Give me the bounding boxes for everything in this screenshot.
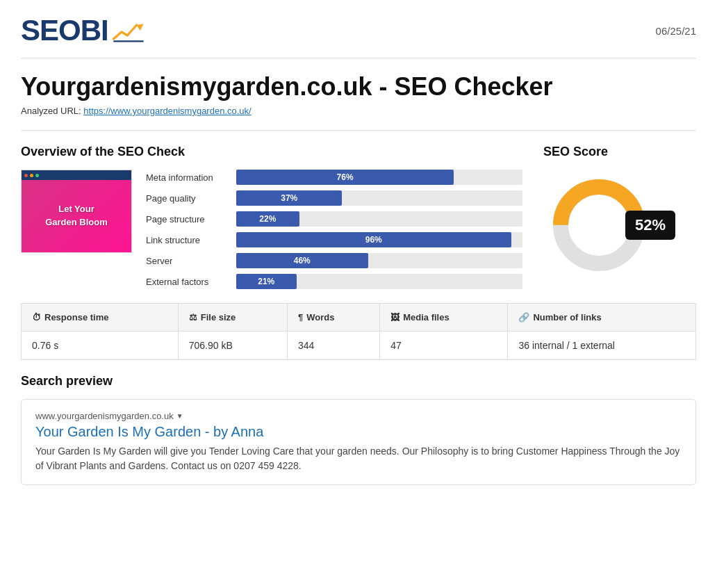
search-preview-description: Your Garden Is My Garden will give you T… xyxy=(35,444,682,473)
bar-label: Meta information xyxy=(146,172,229,183)
thumb-header xyxy=(22,170,131,180)
stats-col-icon: 🔗 xyxy=(518,312,529,322)
bar-row: Page quality 37% xyxy=(146,190,522,206)
bar-fill: 96% xyxy=(236,232,511,247)
stats-table: ⏱Response time⚖File size¶Words🖼Media fil… xyxy=(21,303,696,360)
page-title: Yourgardenismygarden.co.uk - SEO Checker xyxy=(21,72,696,101)
overview-title: Overview of the SEO Check xyxy=(21,145,522,159)
bar-label: Page structure xyxy=(146,214,229,224)
bars-container: Let YourGarden Bloom Meta information 76… xyxy=(21,170,522,289)
bar-row: Page structure 22% xyxy=(146,211,522,227)
bars-list: Meta information 76% Page quality 37% Pa… xyxy=(146,170,522,289)
search-url-arrow-icon: ▼ xyxy=(176,412,183,420)
bar-fill: 22% xyxy=(236,211,299,227)
bar-pct: 22% xyxy=(259,214,276,224)
bar-row: External factors 21% xyxy=(146,274,522,289)
thumb-inner: Let YourGarden Bloom xyxy=(22,170,131,252)
bar-fill: 76% xyxy=(236,170,454,185)
search-url-text: www.yourgardenismygarden.co.uk xyxy=(35,411,174,421)
donut-container: 52% xyxy=(543,170,668,281)
thumb-text: Let YourGarden Bloom xyxy=(45,202,108,229)
analyzed-url-link[interactable]: https://www.yourgardenismygarden.co.uk/ xyxy=(83,106,251,116)
stats-col-value: 706.90 kB xyxy=(178,332,287,360)
stats-col-header: 🔗Number of links xyxy=(508,304,696,332)
stats-col-value: 36 internal / 1 external xyxy=(508,332,696,360)
bar-track: 96% xyxy=(236,232,522,247)
thumb-dot-red xyxy=(24,174,28,177)
search-preview-section: Search preview www.yourgardenismygarden.… xyxy=(21,374,696,485)
stats-col-header: ¶Words xyxy=(288,304,380,332)
stats-col-icon: ⏱ xyxy=(32,312,41,322)
bar-label: Page quality xyxy=(146,193,229,204)
bar-track: 46% xyxy=(236,253,522,268)
search-preview-title: Search preview xyxy=(21,374,696,389)
stats-col-value: 344 xyxy=(288,332,380,360)
logo-arrow-icon xyxy=(111,18,146,43)
stats-col-value: 47 xyxy=(380,332,508,360)
overview-section: Overview of the SEO Check Let YourGarden… xyxy=(21,145,522,289)
bar-fill: 37% xyxy=(236,190,342,206)
divider-1 xyxy=(21,130,696,131)
stats-col-icon: 🖼 xyxy=(390,312,399,322)
bar-label: External factors xyxy=(146,277,229,287)
bar-pct: 37% xyxy=(281,193,297,203)
score-badge: 52% xyxy=(625,211,675,240)
thumb-dot-yellow xyxy=(30,174,33,177)
bar-track: 22% xyxy=(236,211,522,227)
date-label: 06/25/21 xyxy=(656,25,696,37)
bar-pct: 96% xyxy=(365,235,382,245)
website-thumbnail: Let YourGarden Bloom xyxy=(21,170,132,253)
thumb-dot-green xyxy=(35,174,39,177)
analyzed-url-row: Analyzed URL: https://www.yourgardenismy… xyxy=(21,106,696,116)
header: SEOBI 06/25/21 xyxy=(21,14,696,58)
logo-text: SEOBI xyxy=(21,14,108,47)
logo: SEOBI xyxy=(21,14,146,47)
svg-marker-0 xyxy=(136,24,143,31)
bar-fill: 21% xyxy=(236,274,297,289)
bar-track: 21% xyxy=(236,274,522,289)
bar-track: 76% xyxy=(236,170,522,185)
stats-col-icon: ¶ xyxy=(298,312,303,322)
seo-score-title: SEO Score xyxy=(543,145,696,159)
search-preview-url: www.yourgardenismygarden.co.uk ▼ xyxy=(35,411,682,421)
stats-col-header: ⚖File size xyxy=(178,304,287,332)
bar-label: Link structure xyxy=(146,235,229,245)
stats-col-header: 🖼Media files xyxy=(380,304,508,332)
bar-row: Link structure 96% xyxy=(146,232,522,247)
search-preview-box: www.yourgardenismygarden.co.uk ▼ Your Ga… xyxy=(21,399,696,485)
page-container: SEOBI 06/25/21 Yourgardenismygarden.co.u… xyxy=(0,0,717,499)
stats-col-header: ⏱Response time xyxy=(22,304,179,332)
bar-pct: 76% xyxy=(337,172,354,182)
bar-fill: 46% xyxy=(236,253,368,268)
bar-pct: 46% xyxy=(294,256,311,266)
bar-label: Server xyxy=(146,256,229,266)
search-preview-title-link[interactable]: Your Garden Is My Garden - by Anna xyxy=(35,424,682,440)
bar-row: Server 46% xyxy=(146,253,522,268)
seo-score-section: SEO Score 52% xyxy=(543,145,696,281)
analyzed-url-label: Analyzed URL: xyxy=(21,106,81,116)
stats-col-icon: ⚖ xyxy=(189,312,197,322)
bar-row: Meta information 76% xyxy=(146,170,522,185)
bar-track: 37% xyxy=(236,190,522,206)
bar-pct: 21% xyxy=(258,277,274,286)
title-section: Yourgardenismygarden.co.uk - SEO Checker… xyxy=(21,72,696,116)
stats-col-value: 0.76 s xyxy=(22,332,179,360)
